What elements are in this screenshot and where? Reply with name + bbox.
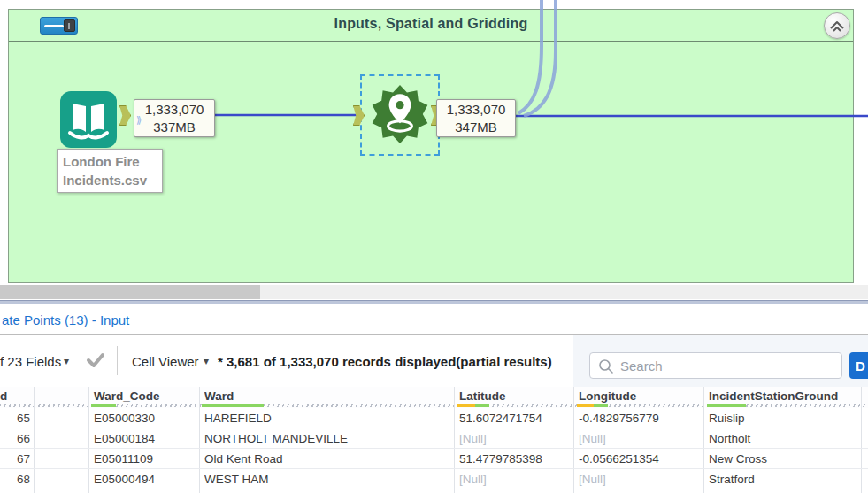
- table-row: 68 E05000494 WEST HAM [Null] [Null] Stra…: [0, 469, 868, 489]
- table-row: 65 E05000330 HAREFIELD 51.6072471754 -0.…: [0, 408, 868, 428]
- cell-station[interactable]: Stratford: [709, 469, 857, 489]
- records-summary: * 3,681 of 1,333,070 records displayed(p…: [218, 354, 552, 369]
- createpoints-record-badge: 1,333,070 347MB: [436, 99, 516, 137]
- collapse-container-button[interactable]: [824, 12, 850, 39]
- table-row: 67 E05011109 Old Kent Road 51.4779785398…: [0, 449, 868, 469]
- table-row: 66 E05000184 NORTHOLT MANDEVILLE [Null] …: [0, 428, 868, 449]
- cell-ward[interactable]: NORTHOLT MANDEVILLE: [204, 428, 450, 449]
- data-action-button[interactable]: D: [849, 352, 868, 379]
- row-number[interactable]: 65: [4, 408, 30, 428]
- quality-bar-latitude-ok: [475, 404, 489, 407]
- column-header-ward[interactable]: Ward: [204, 389, 234, 403]
- collapse-chevron-icon: [825, 13, 849, 38]
- column-header-latitude[interactable]: Latitude: [459, 389, 506, 403]
- column-header-longitude[interactable]: Longitude: [579, 389, 636, 403]
- cell-ward-code[interactable]: E05000184: [94, 428, 196, 449]
- pin-hole-icon: [396, 101, 403, 109]
- row-number[interactable]: 66: [4, 428, 30, 449]
- input-data-tool[interactable]: [60, 91, 117, 151]
- panel-splitter[interactable]: [0, 300, 868, 304]
- cell-ward[interactable]: WEST HAM: [204, 469, 450, 489]
- container-title: Inputs, Spatial and Gridding: [9, 16, 853, 32]
- createpoints-record-count: 1,333,070: [437, 101, 515, 119]
- quality-bar-longitude-ok: [594, 404, 608, 407]
- cell-ward-code[interactable]: E05011109: [94, 449, 196, 469]
- cell-ward-code[interactable]: E05000330: [94, 408, 196, 428]
- cell-longitude[interactable]: [Null]: [579, 469, 700, 489]
- column-header-station[interactable]: IncidentStationGround: [709, 389, 838, 403]
- progress-arrows-icon: ⟫: [136, 111, 142, 128]
- quality-bar-station: [707, 404, 746, 407]
- search-icon: [598, 358, 614, 374]
- results-source-link[interactable]: ate Points (13) - Input: [2, 312, 129, 327]
- quality-bar-longitude-null: [577, 404, 594, 407]
- fields-dropdown-caret-icon[interactable]: ▾: [64, 355, 69, 367]
- input-tool-record-count: 1,333,070: [134, 101, 214, 119]
- toolbar-divider-2: [549, 346, 549, 375]
- cell-latitude[interactable]: [Null]: [459, 428, 570, 449]
- cell-latitude[interactable]: [Null]: [459, 469, 570, 489]
- cell-ward-code[interactable]: E05000494: [94, 469, 196, 489]
- quality-bar-ward-code: [91, 404, 116, 407]
- cell-ward[interactable]: HAREFIELD: [204, 408, 450, 428]
- quality-bar-ward: [202, 404, 264, 407]
- check-icon: [88, 355, 103, 366]
- input-tool-record-badge: ⟫ 1,333,070 337MB: [134, 99, 215, 137]
- row-number[interactable]: 68: [4, 469, 30, 489]
- search-box: [589, 352, 842, 379]
- horizontal-scrollbar-track[interactable]: [0, 285, 868, 299]
- row-separator: [0, 489, 868, 489]
- column-header-ward-code[interactable]: Ward_Code: [94, 389, 160, 403]
- cell-latitude[interactable]: 51.4779785398: [459, 449, 570, 469]
- createpoints-data-size: 347MB: [437, 119, 515, 136]
- grid-header-row: d Ward_Code Ward Latitude Longitude Inci…: [0, 387, 868, 408]
- cell-station[interactable]: New Cross: [709, 449, 857, 469]
- cell-viewer-caret-icon[interactable]: ▾: [204, 355, 209, 367]
- search-input[interactable]: [620, 354, 837, 377]
- quality-bar-latitude-null: [457, 404, 475, 407]
- horizontal-scrollbar-thumb[interactable]: [0, 285, 260, 299]
- input-tool-data-size: 337MB: [134, 119, 214, 136]
- book-right-page-icon: [91, 104, 104, 132]
- cell-station[interactable]: Northolt: [709, 428, 857, 449]
- row-number[interactable]: 67: [4, 449, 30, 469]
- cell-station[interactable]: Ruislip: [709, 408, 857, 428]
- container-header: Inputs, Spatial and Gridding: [9, 10, 853, 42]
- book-left-page-icon: [73, 104, 86, 132]
- cell-longitude[interactable]: -0.4829756779: [579, 408, 700, 428]
- cell-latitude[interactable]: 51.6072471754: [459, 408, 570, 428]
- input-tool-background: [60, 91, 117, 148]
- cell-viewer-dropdown[interactable]: Cell Viewer: [132, 354, 199, 369]
- fields-dropdown-label[interactable]: f 23 Fields: [0, 354, 61, 369]
- results-data-grid: d Ward_Code Ward Latitude Longitude Inci…: [0, 387, 868, 493]
- cell-ward[interactable]: Old Kent Road: [204, 449, 450, 469]
- create-points-tool[interactable]: [371, 85, 429, 147]
- apply-check-button[interactable]: [85, 350, 106, 374]
- input-tool-caption[interactable]: London Fire Incidents.csv: [57, 149, 163, 193]
- cell-longitude[interactable]: [Null]: [579, 428, 700, 449]
- cell-longitude[interactable]: -0.0566251354: [579, 449, 700, 469]
- alteryx-workflow-screen: Inputs, Spatial and Gridding ⟫ 1,333,070…: [0, 0, 868, 493]
- toolbar-divider-1: [117, 346, 118, 375]
